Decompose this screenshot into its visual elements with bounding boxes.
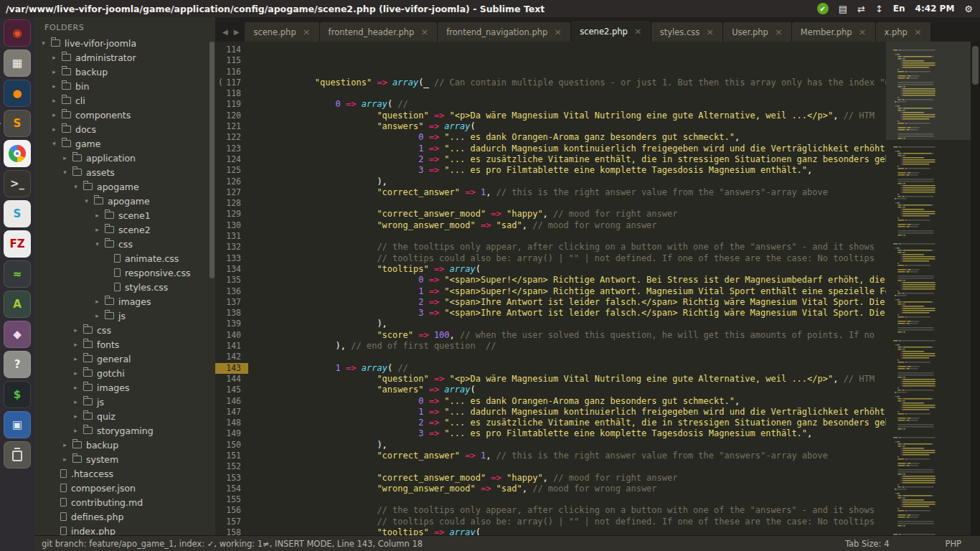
arrows-icon[interactable]: ↕ bbox=[875, 4, 883, 14]
file-defines-php[interactable]: defines.php bbox=[34, 509, 215, 524]
tab-scene2-php[interactable]: scene2.php× bbox=[571, 21, 651, 42]
tab-frontend-navigation-php[interactable]: frontend_navigation.php× bbox=[438, 22, 571, 42]
folder-images[interactable]: ▸images bbox=[34, 294, 215, 309]
code-line[interactable]: 3 => "... es pro Filmtablette eine kompl… bbox=[253, 428, 886, 439]
expand-icon[interactable]: ▸ bbox=[72, 384, 79, 391]
clipboard-icon[interactable]: ▤ bbox=[839, 4, 847, 14]
code-line[interactable] bbox=[253, 352, 886, 362]
code-line[interactable] bbox=[253, 88, 886, 99]
launcher-filezilla[interactable]: FZ bbox=[4, 230, 31, 258]
code-line[interactable]: "correct_answer" => 1, // this is the ri… bbox=[253, 187, 886, 198]
launcher-chrome[interactable] bbox=[4, 140, 31, 167]
keyboard-layout-indicator[interactable]: En bbox=[893, 4, 905, 14]
share-icon[interactable]: ⇄ bbox=[857, 4, 865, 14]
code-line[interactable]: 2 => "... es zusätzliche Vitamine enthäl… bbox=[253, 418, 886, 428]
folder-application[interactable]: ▸application bbox=[34, 151, 215, 165]
code-line[interactable]: "question" => "<p>Da wäre Magnesium Vita… bbox=[253, 110, 886, 121]
folder-administrator[interactable]: ▸administrator bbox=[34, 50, 215, 65]
expand-icon[interactable]: ▸ bbox=[62, 154, 68, 161]
code-line[interactable]: "answers" => array( bbox=[253, 121, 886, 132]
tab-close-icon[interactable]: × bbox=[914, 27, 922, 37]
tab-size-indicator[interactable]: Tab Size: 4 bbox=[845, 539, 890, 549]
tab-close-icon[interactable]: × bbox=[859, 27, 867, 37]
folder-storygaming[interactable]: ▸storygaming bbox=[34, 423, 215, 438]
file-styles-css[interactable]: styles.css bbox=[34, 280, 215, 294]
tab-close-icon[interactable]: × bbox=[303, 27, 311, 37]
file-composer-json[interactable]: composer.json bbox=[34, 481, 215, 495]
code-line[interactable]: 1 => "... dadurch Magnesium kontinuierli… bbox=[253, 143, 886, 154]
code-line[interactable]: // the tooltips only appear, after click… bbox=[253, 505, 886, 516]
expand-icon[interactable]: ▸ bbox=[72, 326, 79, 334]
code-area[interactable]: "questions" => array( // Can contain mul… bbox=[248, 42, 886, 535]
code-line[interactable]: "wrong_answer_mood" => "sad", // mood fo… bbox=[253, 484, 886, 494]
folder-apogame[interactable]: ▾apogame bbox=[34, 179, 215, 194]
folder-backup[interactable]: ▸backup bbox=[34, 438, 215, 452]
expand-icon[interactable]: ▸ bbox=[72, 413, 79, 420]
code-line[interactable]: 1 => array( // bbox=[253, 363, 886, 374]
code-line[interactable]: 0 => "<span>Super!</span> Richtige Antwo… bbox=[253, 275, 886, 286]
expand-icon[interactable]: ▸ bbox=[51, 83, 57, 90]
expand-icon[interactable]: ▸ bbox=[72, 341, 79, 348]
folder-apogame[interactable]: ▾apogame bbox=[34, 194, 215, 208]
folder-quiz[interactable]: ▸quiz bbox=[34, 409, 215, 423]
code-line[interactable]: 1 => "... dadurch Magnesium kontinuierli… bbox=[253, 407, 886, 418]
expand-icon[interactable]: ▸ bbox=[94, 226, 100, 233]
tab-forward-icon[interactable]: ▶ bbox=[234, 28, 240, 36]
tab-x-php[interactable]: x.php× bbox=[876, 22, 931, 42]
code-line[interactable]: 0 => array( // bbox=[253, 99, 886, 110]
tab-user-php[interactable]: User.php× bbox=[723, 22, 792, 42]
code-line[interactable]: 3 => "<span>Ihre Antwort ist leider fals… bbox=[253, 308, 886, 319]
code-line[interactable]: "wrong_answer_mood" => "sad", // mood fo… bbox=[253, 220, 886, 231]
folder-bin[interactable]: ▸bin bbox=[34, 79, 215, 93]
folder-system[interactable]: ▸system bbox=[34, 452, 215, 466]
code-line[interactable]: 0 => "... es dank Orangen-Aroma ganz bes… bbox=[253, 132, 886, 143]
sidebar-scrollbar[interactable] bbox=[209, 42, 215, 278]
tab-close-icon[interactable]: × bbox=[775, 27, 783, 37]
expand-icon[interactable]: ▸ bbox=[51, 111, 57, 118]
folder-scene1[interactable]: ▸scene1 bbox=[34, 208, 215, 222]
expand-icon[interactable]: ▸ bbox=[94, 298, 100, 305]
clock[interactable]: 4:42 PM bbox=[915, 4, 955, 14]
launcher-firefox[interactable]: ● bbox=[4, 80, 31, 107]
code-line[interactable] bbox=[253, 44, 886, 55]
tab-scene-php[interactable]: scene.php× bbox=[245, 22, 319, 42]
expand-icon[interactable]: ▸ bbox=[51, 97, 57, 104]
code-line[interactable]: "tooltips" => array( bbox=[253, 264, 886, 275]
folder-js[interactable]: ▸js bbox=[34, 395, 215, 409]
folder-gotchi[interactable]: ▸gotchi bbox=[34, 366, 215, 380]
folder-scene2[interactable]: ▸scene2 bbox=[34, 222, 215, 237]
code-line[interactable] bbox=[253, 55, 886, 66]
launcher-unknown-app[interactable]: ? bbox=[4, 351, 31, 378]
launcher-sublime-text[interactable]: S bbox=[4, 110, 31, 137]
folder-game[interactable]: ▾game bbox=[34, 136, 215, 151]
folder-live-vifor-joomla[interactable]: ▾live-vifor-joomla bbox=[34, 36, 215, 50]
folder-cli[interactable]: ▸cli bbox=[34, 93, 215, 108]
folder-components[interactable]: ▸components bbox=[34, 108, 215, 122]
code-line[interactable]: 2 => "<span>Ihre Antwort ist leider fals… bbox=[253, 297, 886, 308]
code-line[interactable]: ), bbox=[253, 319, 886, 329]
folder-docs[interactable]: ▸docs bbox=[34, 122, 215, 136]
expand-icon[interactable]: ▸ bbox=[94, 212, 100, 219]
folder-general[interactable]: ▸general bbox=[34, 352, 215, 366]
tab-close-icon[interactable]: × bbox=[634, 27, 642, 36]
code-line[interactable] bbox=[253, 67, 886, 77]
code-line[interactable]: "questions" => array( // Can contain mul… bbox=[253, 77, 886, 88]
code-line[interactable]: // the tooltips only appear, after click… bbox=[253, 242, 886, 253]
launcher-terminal-2[interactable]: $ bbox=[4, 381, 31, 408]
launcher-ubuntu-dash[interactable]: ◉ bbox=[4, 19, 31, 47]
code-line[interactable]: // tooltips could also be: array() | "" … bbox=[253, 253, 886, 264]
launcher-sublime-text-2[interactable]: S bbox=[4, 200, 31, 227]
syntax-indicator[interactable]: PHP bbox=[945, 539, 961, 549]
expand-icon[interactable]: ▸ bbox=[62, 456, 68, 463]
folder-css[interactable]: ▾css bbox=[34, 237, 215, 251]
launcher-media-app[interactable]: ◆ bbox=[4, 321, 31, 348]
editor-scrollbar[interactable] bbox=[971, 42, 980, 535]
code-line[interactable]: ), bbox=[253, 440, 886, 451]
folder-images[interactable]: ▸images bbox=[34, 380, 215, 395]
tab-styles-css[interactable]: styles.css× bbox=[651, 22, 723, 42]
tab-back-icon[interactable]: ◀ bbox=[222, 28, 228, 36]
code-line[interactable]: "tooltips" => array( bbox=[253, 527, 886, 535]
folder-fonts[interactable]: ▸fonts bbox=[34, 337, 215, 352]
launcher-android-studio[interactable]: A bbox=[4, 291, 31, 318]
tab-frontend-header-php[interactable]: frontend_header.php× bbox=[320, 22, 438, 42]
